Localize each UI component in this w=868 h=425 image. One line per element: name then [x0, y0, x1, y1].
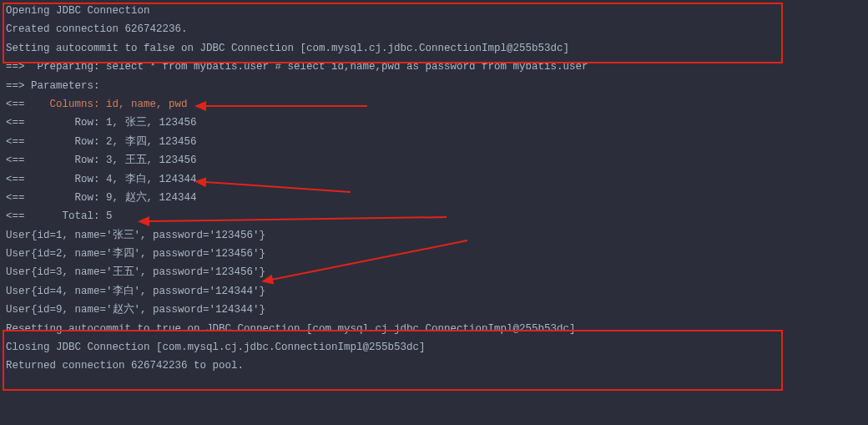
- log-columns-highlight: Columns: id, name, pwd: [50, 99, 188, 110]
- log-line: Returned connection 626742236 to pool.: [0, 357, 868, 375]
- log-line: ==> Preparing: select * from mybatis.use…: [0, 58, 868, 76]
- log-line: Opening JDBC Connection: [0, 2, 868, 20]
- log-prefix: <==: [6, 99, 50, 110]
- log-line-user: User{id=4, name='李白', password='124344'}: [0, 282, 868, 301]
- log-line: Closing JDBC Connection [com.mysql.cj.jd…: [0, 338, 868, 357]
- log-line-total: <== Total: 5: [0, 207, 868, 225]
- log-line-row: <== Row: 3, 王五, 123456: [0, 151, 868, 169]
- log-line-row: <== Row: 2, 李四, 123456: [0, 133, 868, 151]
- log-line-row: <== Row: 9, 赵六, 124344: [0, 189, 868, 207]
- log-line-columns: <== Columns: id, name, pwd: [0, 95, 868, 114]
- log-line: Created connection 626742236.: [0, 20, 868, 38]
- log-line-user: User{id=2, name='李四', password='123456'}: [0, 245, 868, 263]
- log-line-user: User{id=1, name='张三', password='123456'}: [0, 226, 868, 245]
- log-line: ==> Parameters:: [0, 77, 868, 95]
- log-line: Resetting autocommit to true on JDBC Con…: [0, 320, 868, 338]
- log-line-user: User{id=3, name='王五', password='123456'}: [0, 263, 868, 281]
- log-line: Setting autocommit to false on JDBC Conn…: [0, 39, 868, 58]
- log-line-row: <== Row: 4, 李白, 124344: [0, 170, 868, 189]
- log-line-row: <== Row: 1, 张三, 123456: [0, 114, 868, 132]
- log-line-user: User{id=9, name='赵六', password='124344'}: [0, 301, 868, 319]
